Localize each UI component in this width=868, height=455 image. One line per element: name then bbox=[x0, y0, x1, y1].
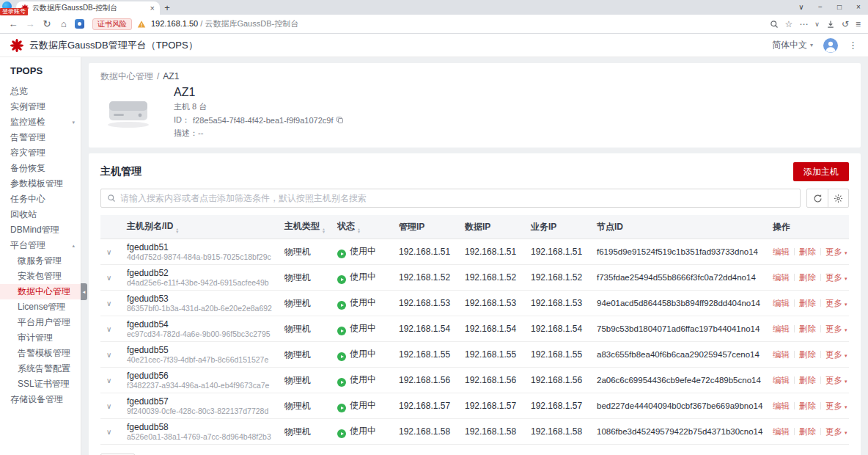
back-icon[interactable]: ← bbox=[7, 18, 19, 30]
delete-link[interactable]: 删除 bbox=[799, 273, 816, 282]
maximize-icon[interactable]: □ bbox=[830, 0, 849, 15]
sidebar-item[interactable]: 实例管理 bbox=[0, 99, 81, 114]
sidebar-collapse-handle[interactable]: ◂ bbox=[81, 283, 87, 300]
sidebar-item[interactable]: 安装包管理 bbox=[0, 269, 81, 284]
mgmt-ip: 192.168.1.58 bbox=[393, 419, 459, 445]
edit-link[interactable]: 编辑 bbox=[773, 299, 790, 307]
expand-row-icon[interactable]: ∨ bbox=[106, 351, 111, 359]
edit-link[interactable]: 编辑 bbox=[773, 273, 790, 282]
sidebar-item[interactable]: 数据中心管理◂ bbox=[0, 284, 81, 299]
sidebar-item[interactable]: 平台用户管理 bbox=[0, 315, 81, 330]
page-refresh-icon[interactable]: ↻ bbox=[41, 18, 53, 30]
language-selector[interactable]: 简体中文▾ bbox=[772, 39, 813, 51]
more-link[interactable]: 更多 bbox=[825, 299, 842, 307]
breadcrumb-parent[interactable]: 数据中心管理 bbox=[100, 71, 153, 81]
downloads-icon[interactable] bbox=[826, 20, 835, 29]
minimize-icon[interactable]: − bbox=[811, 0, 830, 15]
sidebar-item[interactable]: 存储设备管理 bbox=[0, 392, 81, 407]
sidebar-item[interactable]: 告警管理 bbox=[0, 130, 81, 145]
browser-tab[interactable]: 云数据库GaussDB-控制台 × bbox=[16, 1, 160, 15]
sidebar-item[interactable]: 系统告警配置 bbox=[0, 361, 81, 376]
new-tab-button[interactable]: + bbox=[160, 1, 174, 15]
sidebar-item[interactable]: 总览 bbox=[0, 84, 81, 99]
expand-row-icon[interactable]: ∨ bbox=[106, 428, 111, 436]
tab-close-icon[interactable]: × bbox=[150, 4, 155, 12]
edit-link[interactable]: 编辑 bbox=[773, 376, 790, 385]
warning-icon[interactable] bbox=[137, 20, 146, 29]
history-icon[interactable]: ↺ bbox=[842, 19, 849, 29]
bookmark-star-icon[interactable]: ☆ bbox=[785, 19, 793, 29]
expand-row-icon[interactable]: ∨ bbox=[106, 274, 111, 282]
more-link[interactable]: 更多 bbox=[825, 401, 842, 410]
node-id: 1086fbe3d45249579422b75d4371b30cno14 bbox=[591, 419, 767, 445]
expand-row-icon[interactable]: ∨ bbox=[106, 325, 111, 333]
more-link[interactable]: 更多 bbox=[825, 427, 842, 436]
collapse-toolbar-icon[interactable]: ∨ bbox=[814, 19, 820, 29]
sidebar-item[interactable]: 容灾管理 bbox=[0, 145, 81, 161]
sidebar-item[interactable]: 任务中心 bbox=[0, 192, 81, 207]
edit-link[interactable]: 编辑 bbox=[773, 247, 790, 256]
delete-link[interactable]: 删除 bbox=[799, 324, 816, 333]
search-input[interactable] bbox=[120, 193, 794, 203]
biz-ip: 192.168.1.53 bbox=[525, 291, 591, 316]
edit-link[interactable]: 编辑 bbox=[773, 401, 790, 410]
more-link[interactable]: 更多 bbox=[825, 273, 842, 282]
user-avatar[interactable] bbox=[823, 38, 838, 53]
delete-link[interactable]: 删除 bbox=[799, 427, 816, 436]
edit-link[interactable]: 编辑 bbox=[773, 350, 790, 359]
sort-icon[interactable]: ▴▾ bbox=[358, 228, 360, 233]
sidebar-item[interactable]: 监控巡检▾ bbox=[0, 114, 81, 130]
column-header[interactable]: 状态▴▾ bbox=[331, 215, 393, 239]
sidebar-item[interactable]: 审计管理 bbox=[0, 330, 81, 346]
more-link[interactable]: 更多 bbox=[825, 324, 842, 333]
biz-ip: 192.168.1.58 bbox=[525, 419, 591, 445]
add-host-button[interactable]: 添加主机 bbox=[793, 162, 849, 181]
more-tools-icon[interactable]: ⋯ bbox=[799, 19, 808, 29]
forward-icon[interactable]: → bbox=[24, 18, 36, 30]
more-link[interactable]: 更多 bbox=[825, 376, 842, 385]
column-header[interactable]: 主机别名/ID▴▾ bbox=[121, 215, 279, 239]
sidebar-item[interactable]: 平台管理▴ bbox=[0, 238, 81, 253]
expand-row-icon[interactable]: ∨ bbox=[106, 376, 111, 385]
status-ok-icon bbox=[337, 378, 346, 387]
delete-link[interactable]: 删除 bbox=[799, 350, 816, 359]
mgmt-ip: 192.168.1.57 bbox=[393, 393, 459, 419]
more-link[interactable]: 更多 bbox=[825, 350, 842, 359]
sidebar-item[interactable]: 回收站 bbox=[0, 207, 81, 222]
more-link[interactable]: 更多 bbox=[825, 247, 842, 256]
sort-icon[interactable]: ▴▾ bbox=[176, 228, 178, 233]
expand-row-icon[interactable]: ∨ bbox=[106, 299, 111, 307]
copy-icon[interactable] bbox=[336, 116, 344, 124]
sort-icon[interactable]: ▴▾ bbox=[323, 228, 325, 233]
more-menu-icon[interactable]: ⋮ bbox=[848, 40, 858, 51]
column-header: 操作 bbox=[767, 215, 849, 239]
column-header[interactable]: 主机类型▴▾ bbox=[279, 215, 331, 239]
sidebar-item[interactable]: DBMind管理 bbox=[0, 222, 81, 238]
delete-link[interactable]: 删除 bbox=[799, 401, 816, 410]
expand-row-icon[interactable]: ∨ bbox=[106, 248, 111, 256]
sidebar-item[interactable]: License管理 bbox=[0, 299, 81, 315]
column-settings-button[interactable] bbox=[828, 189, 848, 207]
sidebar-item-label: 平台管理 bbox=[10, 238, 45, 253]
sidebar-item[interactable]: 参数模板管理 bbox=[0, 176, 81, 192]
edit-link[interactable]: 编辑 bbox=[773, 427, 790, 436]
edit-link[interactable]: 编辑 bbox=[773, 324, 790, 333]
sidebar-item[interactable]: 备份恢复 bbox=[0, 161, 81, 176]
cert-risk-badge[interactable]: 证书风险 bbox=[92, 18, 132, 30]
extension-icon[interactable] bbox=[75, 19, 84, 29]
sidebar-item[interactable]: SSL证书管理 bbox=[0, 376, 81, 392]
host-table-head-row: 主机别名/ID▴▾主机类型▴▾状态▴▾管理IP数据IP业务IP节点ID操作 bbox=[100, 215, 849, 239]
delete-link[interactable]: 删除 bbox=[799, 376, 816, 385]
browser-menu-icon[interactable]: ≡ bbox=[856, 19, 861, 29]
delete-link[interactable]: 删除 bbox=[799, 299, 816, 307]
address-bar[interactable]: 证书风险 192.168.1.50 / 云数据库GaussDB-控制台 bbox=[89, 17, 765, 32]
delete-link[interactable]: 删除 bbox=[799, 247, 816, 256]
sidebar-item[interactable]: 微服务管理 bbox=[0, 253, 81, 269]
refresh-button[interactable] bbox=[807, 189, 828, 207]
sidebar-item[interactable]: 告警模板管理 bbox=[0, 346, 81, 361]
home-icon[interactable]: ⌂ bbox=[58, 18, 70, 30]
tab-search-icon[interactable]: ∨ bbox=[792, 0, 811, 15]
close-icon[interactable]: × bbox=[849, 0, 868, 15]
zoom-icon[interactable] bbox=[770, 20, 779, 29]
expand-row-icon[interactable]: ∨ bbox=[106, 402, 111, 410]
